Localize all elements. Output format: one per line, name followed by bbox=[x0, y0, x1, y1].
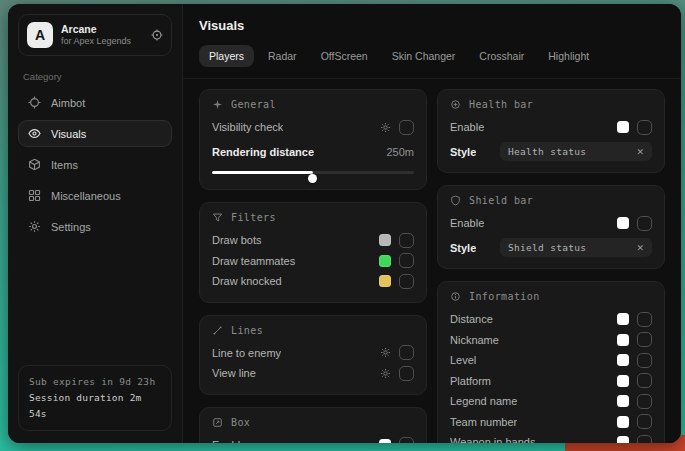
color-swatch[interactable] bbox=[617, 354, 629, 366]
setting-row-weapon-in-hands: Weapon in hands bbox=[450, 432, 652, 443]
gear-icon[interactable] bbox=[380, 368, 391, 379]
health-enable-checkbox[interactable] bbox=[637, 120, 652, 135]
weapon-in-hands-checkbox[interactable] bbox=[637, 435, 652, 443]
panel-title: Box bbox=[231, 417, 250, 428]
setting-row-team-number: Team number bbox=[450, 412, 652, 433]
diagonal-line-icon bbox=[212, 325, 223, 336]
panel-filters: Filters Draw bots Draw teammates bbox=[199, 202, 427, 303]
panel-title: General bbox=[231, 99, 276, 110]
tab-radar[interactable]: Radar bbox=[258, 45, 307, 67]
color-swatch[interactable] bbox=[617, 313, 629, 325]
setting-row-health-enable: Enable bbox=[450, 117, 652, 138]
team-number-checkbox[interactable] bbox=[637, 414, 652, 429]
level-checkbox[interactable] bbox=[637, 353, 652, 368]
health-style-select[interactable]: Health status ✕ bbox=[500, 142, 652, 161]
sidebar-item-visuals[interactable]: Visuals bbox=[18, 120, 172, 147]
gear-icon bbox=[28, 220, 41, 233]
panel-information: Information Distance Nickname bbox=[437, 281, 665, 443]
setting-row-line-to-enemy: Line to enemy bbox=[212, 343, 414, 364]
setting-row-draw-bots: Draw bots bbox=[212, 230, 414, 251]
sidebar-item-aimbot[interactable]: Aimbot bbox=[18, 89, 172, 116]
sidebar-item-items[interactable]: Items bbox=[18, 151, 172, 178]
legend-name-checkbox[interactable] bbox=[637, 394, 652, 409]
setting-row-rendering-distance: Rendering distance 250m bbox=[212, 142, 414, 163]
setting-row-level: Level bbox=[450, 350, 652, 371]
tab-offscreen[interactable]: OffScreen bbox=[311, 45, 378, 67]
color-swatch[interactable] bbox=[379, 234, 391, 246]
sidebar-item-miscellaneous[interactable]: Miscellaneous bbox=[18, 182, 172, 209]
box-enable-checkbox[interactable] bbox=[399, 437, 414, 443]
rendering-distance-slider[interactable] bbox=[212, 165, 414, 179]
close-icon[interactable]: ✕ bbox=[636, 243, 644, 253]
page-title: Visuals bbox=[199, 18, 665, 33]
shield-enable-checkbox[interactable] bbox=[637, 216, 652, 231]
eye-icon bbox=[28, 127, 41, 140]
distance-value: 250m bbox=[386, 146, 414, 158]
box-icon bbox=[212, 417, 223, 428]
panel-title: Filters bbox=[231, 212, 276, 223]
panel-general: General Visibility check bbox=[199, 89, 427, 190]
color-swatch[interactable] bbox=[617, 416, 629, 428]
grid-icon bbox=[28, 189, 41, 202]
right-column: Health bar Enable Style Health status bbox=[437, 89, 665, 443]
left-column: General Visibility check bbox=[199, 89, 427, 443]
shield-style-select[interactable]: Shield status ✕ bbox=[500, 238, 652, 257]
setting-row-nickname: Nickname bbox=[450, 330, 652, 351]
nickname-checkbox[interactable] bbox=[637, 332, 652, 347]
slider-thumb[interactable] bbox=[308, 174, 317, 183]
panel-health-bar: Health bar Enable Style Health status bbox=[437, 89, 665, 173]
color-swatch[interactable] bbox=[617, 217, 629, 229]
sparkle-icon bbox=[212, 99, 223, 110]
tab-highlight[interactable]: Highlight bbox=[538, 45, 599, 67]
main-area: Visuals Players Radar OffScreen Skin Cha… bbox=[183, 4, 681, 443]
view-line-checkbox[interactable] bbox=[399, 366, 414, 381]
gear-icon[interactable] bbox=[380, 347, 391, 358]
platform-checkbox[interactable] bbox=[637, 373, 652, 388]
draw-teammates-checkbox[interactable] bbox=[399, 253, 414, 268]
app-subtitle: for Apex Legends bbox=[61, 36, 143, 47]
tab-bar: Players Radar OffScreen Skin Changer Cro… bbox=[199, 45, 665, 67]
color-swatch[interactable] bbox=[617, 334, 629, 346]
panel-box: Box Enable Enable background bbox=[199, 407, 427, 444]
setting-row-shield-style: Style Shield status ✕ bbox=[450, 238, 652, 259]
tab-crosshair[interactable]: Crosshair bbox=[469, 45, 534, 67]
package-icon bbox=[28, 158, 41, 171]
color-swatch[interactable] bbox=[617, 395, 629, 407]
setting-row-draw-knocked: Draw knocked bbox=[212, 271, 414, 292]
line-to-enemy-checkbox[interactable] bbox=[399, 345, 414, 360]
color-swatch[interactable] bbox=[379, 275, 391, 287]
sidebar-item-settings[interactable]: Settings bbox=[18, 213, 172, 240]
close-icon[interactable]: ✕ bbox=[636, 147, 644, 157]
color-swatch[interactable] bbox=[617, 436, 629, 443]
tab-skin-changer[interactable]: Skin Changer bbox=[382, 45, 466, 67]
panel-shield-bar: Shield bar Enable Style Shield status bbox=[437, 185, 665, 269]
crosshair-icon bbox=[28, 96, 41, 109]
draw-bots-checkbox[interactable] bbox=[399, 233, 414, 248]
app-title: Arcane bbox=[61, 23, 143, 36]
panel-title: Shield bar bbox=[469, 195, 533, 206]
subscription-status-card: Sub expires in 9d 23h Session duration 2… bbox=[18, 365, 172, 431]
draw-knocked-checkbox[interactable] bbox=[399, 274, 414, 289]
setting-row-visibility-check: Visibility check bbox=[212, 117, 414, 138]
content: General Visibility check bbox=[183, 79, 681, 443]
target-icon[interactable] bbox=[151, 29, 163, 41]
setting-row-box-enable: Enable bbox=[212, 435, 414, 444]
setting-row-view-line: View line bbox=[212, 363, 414, 384]
app-window: A Arcane for Apex Legends Category Aimbo… bbox=[8, 4, 681, 443]
sidebar: A Arcane for Apex Legends Category Aimbo… bbox=[8, 4, 183, 443]
gear-icon[interactable] bbox=[380, 122, 391, 133]
setting-row-platform: Platform bbox=[450, 371, 652, 392]
app-logo: A bbox=[27, 22, 53, 48]
setting-row-shield-enable: Enable bbox=[450, 213, 652, 234]
distance-checkbox[interactable] bbox=[637, 312, 652, 327]
sidebar-item-label: Miscellaneous bbox=[51, 190, 121, 202]
visibility-check-checkbox[interactable] bbox=[399, 120, 414, 135]
color-swatch[interactable] bbox=[617, 121, 629, 133]
funnel-icon bbox=[212, 212, 223, 223]
color-swatch[interactable] bbox=[379, 439, 391, 443]
sidebar-item-label: Aimbot bbox=[51, 97, 85, 109]
tab-players[interactable]: Players bbox=[199, 45, 254, 67]
color-swatch[interactable] bbox=[617, 375, 629, 387]
color-swatch[interactable] bbox=[379, 255, 391, 267]
setting-row-health-style: Style Health status ✕ bbox=[450, 142, 652, 163]
